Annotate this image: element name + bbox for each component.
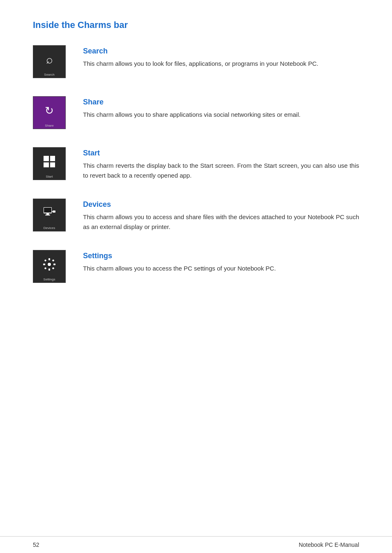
devices-svg-icon bbox=[43, 207, 56, 219]
charm-icon-wrapper-start: Start bbox=[33, 147, 70, 180]
svg-rect-1 bbox=[44, 208, 51, 213]
svg-rect-12 bbox=[52, 259, 55, 262]
svg-rect-14 bbox=[52, 267, 55, 270]
settings-charm-name: Settings bbox=[83, 252, 359, 260]
share-charm-icon: ↻ Share bbox=[33, 96, 66, 129]
svg-rect-11 bbox=[44, 259, 47, 262]
start-grid-icon bbox=[44, 156, 55, 167]
share-charm-text: Share This charm allows you to share app… bbox=[83, 96, 359, 120]
search-charm-name: Search bbox=[83, 47, 359, 56]
share-icon-label: Share bbox=[33, 124, 65, 127]
svg-rect-2 bbox=[46, 213, 49, 215]
start-grid-cell-3 bbox=[44, 162, 49, 168]
page-footer: 52 Notebook PC E-Manual bbox=[0, 536, 392, 553]
search-charm-icon: ⌕ Search bbox=[33, 45, 66, 78]
devices-charm-description: This charm allows you to access and shar… bbox=[83, 212, 359, 232]
start-grid-cell-1 bbox=[44, 156, 49, 161]
settings-charm-text: Settings This charm allows you to access… bbox=[83, 250, 359, 273]
settings-gear-icon bbox=[43, 258, 56, 271]
search-charm-text: Search This charm allows you to look for… bbox=[83, 45, 359, 69]
footer-page-number: 52 bbox=[33, 541, 39, 548]
svg-rect-7 bbox=[48, 258, 50, 260]
start-grid-cell-4 bbox=[50, 162, 55, 168]
charm-item-start: Start Start This charm reverts the displ… bbox=[33, 147, 359, 180]
start-charm-text: Start This charm reverts the display bac… bbox=[83, 147, 359, 180]
svg-rect-9 bbox=[43, 264, 45, 265]
settings-icon-label: Settings bbox=[33, 278, 65, 281]
charm-icon-wrapper-devices: Devices bbox=[33, 199, 70, 231]
svg-rect-10 bbox=[53, 264, 55, 265]
footer-manual-title: Notebook PC E-Manual bbox=[299, 541, 359, 548]
search-icon-label: Search bbox=[33, 73, 65, 76]
devices-charm-icon: Devices bbox=[33, 199, 66, 231]
svg-rect-13 bbox=[44, 267, 47, 270]
charm-icon-wrapper-share: ↻ Share bbox=[33, 96, 70, 129]
search-symbol: ⌕ bbox=[46, 54, 53, 65]
charm-item-devices: Devices Devices This charm allows you to… bbox=[33, 199, 359, 232]
settings-charm-icon: Settings bbox=[33, 250, 66, 283]
svg-rect-4 bbox=[53, 211, 55, 213]
search-charm-description: This charm allows you to look for files,… bbox=[83, 59, 359, 69]
svg-rect-8 bbox=[48, 268, 50, 271]
devices-icon-label: Devices bbox=[33, 226, 65, 230]
settings-charm-description: This charm allows you to access the PC s… bbox=[83, 264, 359, 273]
svg-point-6 bbox=[47, 262, 51, 266]
share-charm-name: Share bbox=[83, 98, 359, 106]
share-charm-description: This charm allows you to share applicati… bbox=[83, 110, 359, 120]
charm-item-share: ↻ Share Share This charm allows you to s… bbox=[33, 96, 359, 129]
charm-item-settings: Settings Settings This charm allows you … bbox=[33, 250, 359, 283]
devices-charm-text: Devices This charm allows you to access … bbox=[83, 199, 359, 232]
charm-item-search: ⌕ Search Search This charm allows you to… bbox=[33, 45, 359, 78]
svg-rect-3 bbox=[45, 215, 50, 215]
devices-charm-name: Devices bbox=[83, 200, 359, 209]
start-icon-label: Start bbox=[33, 175, 65, 178]
charm-icon-wrapper-settings: Settings bbox=[33, 250, 70, 283]
charm-icon-wrapper-search: ⌕ Search bbox=[33, 45, 70, 78]
page-content: Inside the Charms bar ⌕ Search Search Th… bbox=[0, 0, 392, 334]
page-title: Inside the Charms bar bbox=[33, 20, 359, 30]
share-symbol: ↻ bbox=[45, 104, 54, 117]
start-charm-icon: Start bbox=[33, 147, 66, 180]
start-charm-name: Start bbox=[83, 149, 359, 157]
start-grid-cell-2 bbox=[50, 156, 55, 161]
start-charm-description: This charm reverts the display back to t… bbox=[83, 161, 359, 180]
